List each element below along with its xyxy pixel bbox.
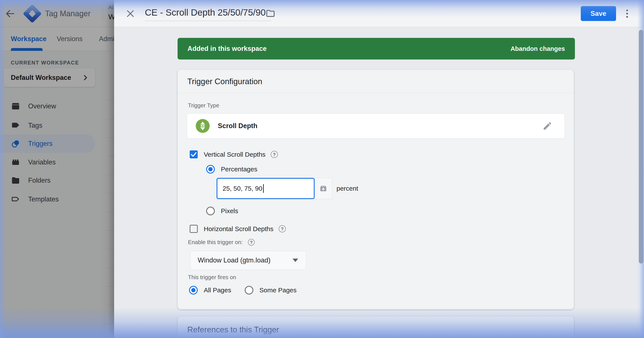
some-pages-radio[interactable] bbox=[245, 286, 253, 295]
references-heading: References to this Trigger bbox=[187, 325, 279, 334]
variable-picker-button[interactable] bbox=[315, 178, 332, 199]
panel-header: CE - Scroll Depth 25/50/75/90 Save bbox=[114, 0, 644, 27]
scrollbar-thumb[interactable] bbox=[639, 30, 643, 264]
percentages-input[interactable]: 25, 50, 75, 90 bbox=[216, 178, 315, 199]
enable-trigger-value: Window Load (gtm.load) bbox=[198, 256, 292, 264]
fires-on-label: This trigger fires on bbox=[188, 274, 236, 281]
scroll-depth-icon bbox=[196, 119, 210, 133]
percentages-input-row: 25, 50, 75, 90 percent bbox=[216, 178, 358, 199]
text-cursor bbox=[263, 184, 264, 193]
trigger-name-field[interactable]: CE - Scroll Depth 25/50/75/90 bbox=[145, 7, 271, 21]
vertical-scroll-depths-row: Vertical Scroll Depths ? bbox=[190, 150, 278, 158]
enable-trigger-label: Enable this trigger on: bbox=[188, 239, 243, 246]
panel-scrollbar[interactable] bbox=[638, 27, 644, 338]
percentages-label: Percentages bbox=[221, 166, 257, 173]
references-card: References to this Trigger bbox=[178, 317, 574, 338]
help-icon[interactable]: ? bbox=[279, 225, 286, 232]
card-heading: Trigger Configuration bbox=[187, 77, 262, 86]
edit-pencil-icon[interactable] bbox=[542, 121, 552, 131]
workspace-status-banner: Added in this workspace Abandon changes bbox=[178, 38, 575, 59]
dropdown-caret-icon bbox=[292, 259, 298, 262]
enable-trigger-dropdown[interactable]: Window Load (gtm.load) bbox=[190, 251, 306, 270]
folder-outline-icon bbox=[265, 8, 276, 18]
all-pages-radio[interactable] bbox=[189, 286, 198, 295]
trigger-type-box[interactable]: Scroll Depth bbox=[187, 113, 565, 138]
horizontal-scroll-depths-label: Horizontal Scroll Depths bbox=[204, 225, 274, 233]
pixels-row: Pixels bbox=[206, 207, 238, 215]
pixels-label: Pixels bbox=[221, 207, 238, 215]
folder-button[interactable] bbox=[265, 8, 276, 18]
trigger-configuration-card: Trigger Configuration Trigger Type Scrol… bbox=[178, 70, 574, 310]
percentages-row: Percentages bbox=[206, 165, 257, 174]
variable-brick-plus-icon bbox=[318, 184, 328, 193]
close-button[interactable] bbox=[126, 9, 135, 18]
help-icon[interactable]: ? bbox=[248, 239, 255, 246]
abandon-changes-button[interactable]: Abandon changes bbox=[510, 45, 565, 52]
gtm-screen: Tag Manager Al W Workspace Versions Admi… bbox=[0, 0, 644, 338]
save-button[interactable]: Save bbox=[581, 6, 616, 21]
trigger-type-label: Trigger Type bbox=[188, 102, 219, 109]
vertical-scroll-depths-checkbox[interactable] bbox=[190, 150, 198, 158]
banner-status-text: Added in this workspace bbox=[188, 45, 266, 52]
trigger-editor-panel: CE - Scroll Depth 25/50/75/90 Save Added… bbox=[114, 0, 644, 338]
horizontal-scroll-depths-checkbox[interactable] bbox=[190, 225, 198, 233]
fires-on-options: All Pages Some Pages bbox=[189, 286, 297, 295]
percentages-value: 25, 50, 75, 90 bbox=[222, 185, 262, 192]
enable-trigger-row: Enable this trigger on: ? bbox=[188, 239, 255, 246]
some-pages-label: Some Pages bbox=[260, 287, 297, 294]
help-icon[interactable]: ? bbox=[271, 151, 278, 158]
vertical-scroll-depths-label: Vertical Scroll Depths bbox=[204, 151, 266, 158]
trigger-type-name: Scroll Depth bbox=[218, 122, 542, 130]
horizontal-scroll-depths-row: Horizontal Scroll Depths ? bbox=[190, 225, 286, 233]
pixels-radio[interactable] bbox=[206, 207, 215, 215]
percent-unit-label: percent bbox=[336, 185, 358, 192]
close-icon bbox=[126, 9, 135, 18]
kebab-icon bbox=[626, 9, 628, 11]
percentages-radio[interactable] bbox=[206, 165, 215, 174]
all-pages-label: All Pages bbox=[204, 287, 231, 294]
more-options-button[interactable] bbox=[623, 8, 632, 19]
